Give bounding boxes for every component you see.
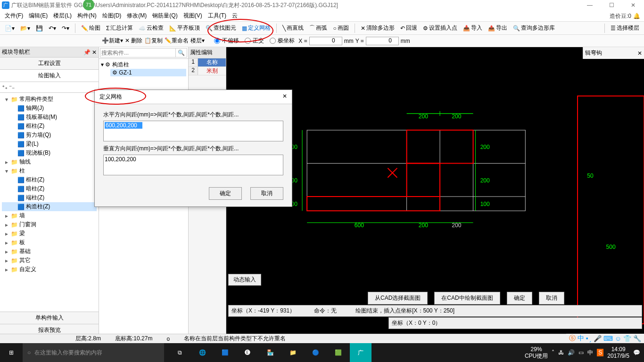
menu-edit[interactable]: 编辑(E): [26, 12, 50, 20]
tray-sogou-icon[interactable]: S: [597, 349, 603, 356]
menu-modify[interactable]: 修改(M): [124, 12, 149, 20]
canvas-cancel-button[interactable]: 取消: [539, 292, 564, 304]
taskbar-app-icon[interactable]: 🔵: [305, 343, 326, 362]
rename-button[interactable]: ✏️重命名: [165, 37, 189, 45]
tree-node[interactable]: ▾📁柱: [2, 166, 97, 175]
close-icon[interactable]: ✕: [637, 50, 642, 57]
close-button[interactable]: ✕: [622, 0, 644, 10]
menu-floor[interactable]: 楼层(L): [50, 12, 74, 20]
tray-ime-icon[interactable]: 中: [587, 349, 593, 357]
flat-button[interactable]: 📐平齐板顶: [167, 23, 202, 33]
taskbar-app-icon[interactable]: 广: [350, 343, 372, 362]
save-icon[interactable]: 💾: [34, 24, 45, 33]
tree-node[interactable]: 🟦构造柱(Z): [2, 202, 97, 211]
draw-line-button[interactable]: ╲ 画直线: [281, 23, 305, 33]
nav-view-icons[interactable]: ⁺₊ ⁻₋: [0, 82, 99, 93]
task-view-icon[interactable]: ⧉: [169, 343, 190, 362]
prop-name-cell[interactable]: 名称: [198, 58, 226, 66]
menu-view[interactable]: 视图(V): [181, 12, 205, 20]
dynamic-input-toggle[interactable]: 动态输入: [228, 274, 261, 286]
canvas-ok-button[interactable]: 确定: [507, 292, 532, 304]
taskbar-app-icon[interactable]: 🟦: [214, 343, 236, 362]
tray-up-icon[interactable]: ˄: [552, 349, 554, 356]
copy-button[interactable]: 📋复制: [144, 37, 163, 45]
start-button[interactable]: ⊞: [0, 343, 23, 362]
tree-node[interactable]: 🟦端柱(Z): [2, 193, 97, 202]
select-floor-button[interactable]: ☰ 选择楼层: [609, 23, 641, 33]
menu-cloud[interactable]: 云: [229, 12, 240, 20]
draw-in-cad-button[interactable]: 在CAD中绘制截面图: [434, 292, 500, 304]
menu-draw[interactable]: 绘图(D): [99, 12, 124, 20]
tray-notifications-icon[interactable]: 💬: [633, 349, 640, 356]
tree-node[interactable]: 🟦框柱(Z): [2, 175, 97, 184]
cpu-widget[interactable]: 29%CPU使用: [525, 346, 548, 360]
component-tree[interactable]: ▾📁常用构件类型🟦轴网(J)🟦筏板基础(M)🟦框柱(Z)🟦剪力墙(Q)🟦梁(L)…: [0, 93, 99, 312]
define-grid-button[interactable]: ▦ 定义网格: [240, 23, 272, 33]
query-poly-button[interactable]: 🔍查询多边形库: [511, 23, 557, 33]
search-input[interactable]: [100, 48, 176, 58]
no-offset-radio[interactable]: 不偏移: [214, 37, 239, 45]
clear-poly-button[interactable]: ✕ 清除多边形: [359, 23, 396, 33]
open-file-icon[interactable]: 📂▾: [18, 24, 32, 33]
undo-icon[interactable]: ↶▾: [47, 24, 58, 33]
tab-draw-input[interactable]: 绘图输入: [0, 70, 99, 82]
sum-button[interactable]: Σ 汇总计算: [104, 23, 135, 33]
taskbar-app-icon[interactable]: 🏪: [259, 343, 281, 362]
cloud-check-button[interactable]: ☁️云检查: [137, 23, 165, 33]
tray-network-icon[interactable]: 🖧: [558, 349, 564, 356]
tree-node[interactable]: 🟦梁(L): [2, 140, 97, 148]
draw-arc-button[interactable]: ⌒ 画弧: [307, 23, 329, 33]
tray-volume-icon[interactable]: 🔊: [568, 349, 575, 356]
tree-node[interactable]: ▸📁其它: [2, 256, 97, 265]
tray-battery-icon[interactable]: ▭: [578, 349, 584, 356]
taskbar-app-icon[interactable]: 🟩: [327, 343, 349, 362]
from-cad-button[interactable]: 从CAD选择截面图: [368, 292, 428, 304]
tree-node[interactable]: 🟦框柱(Z): [2, 122, 97, 131]
minimize-button[interactable]: —: [579, 0, 601, 10]
tree-node[interactable]: ▸📁基础: [2, 247, 97, 256]
insert-point-button[interactable]: ⚙ 设置插入点: [421, 23, 459, 33]
tree-node[interactable]: 🟦筏板基础(M): [2, 113, 97, 122]
tree-node[interactable]: ▸📁自定义: [2, 265, 97, 274]
tab-project-settings[interactable]: 工程设置: [0, 58, 99, 70]
polar-radio[interactable]: 极坐标: [270, 37, 295, 45]
right-panel-tab[interactable]: 辑弯钩✕: [583, 47, 644, 59]
x-input[interactable]: 0: [309, 37, 342, 45]
tree-node[interactable]: ▸📁板: [2, 238, 97, 247]
pin-icon[interactable]: 📌 ✕: [83, 49, 97, 56]
menu-file[interactable]: 文件(F): [2, 12, 26, 20]
import-button[interactable]: 📥导入: [461, 23, 484, 33]
taskbar-app-icon[interactable]: 🅔: [237, 343, 258, 362]
floor-dropdown[interactable]: 楼层▾: [190, 37, 205, 45]
tree-node[interactable]: ▸📁墙: [2, 211, 97, 220]
tray-clock[interactable]: 14:092017/9/5: [607, 346, 629, 360]
prop-type-cell[interactable]: 米别: [198, 67, 226, 75]
back-button[interactable]: ↶ 回退: [398, 23, 419, 33]
tree-node[interactable]: 🟦剪力墙(Q): [2, 131, 97, 140]
maximize-button[interactable]: ☐: [601, 0, 622, 10]
taskbar-app-icon[interactable]: 🌐: [191, 343, 213, 362]
menu-tools[interactable]: 工具(T): [205, 12, 229, 20]
export-button[interactable]: 📤导出: [486, 23, 509, 33]
tree-node[interactable]: ▾📁常用构件类型: [2, 95, 97, 104]
tab-single-input[interactable]: 单构件输入: [0, 312, 99, 324]
taskbar-search[interactable]: ○ 在这里输入你要搜索的内容: [23, 343, 164, 362]
y-input[interactable]: 0: [366, 37, 399, 45]
taskbar-app-icon[interactable]: 📁: [282, 343, 304, 362]
redo-icon[interactable]: ↷▾: [60, 24, 71, 33]
dialog-ok-button[interactable]: 确定: [209, 187, 242, 200]
tree-node[interactable]: ▸📁梁: [2, 229, 97, 238]
windows-taskbar[interactable]: ⊞ ○ 在这里输入你要搜索的内容 ⧉ 🌐 🟦 🅔 🏪 📁 🔵 🟩 广 29%CP…: [0, 343, 644, 362]
search-icon[interactable]: 🔍: [176, 48, 187, 58]
vertical-input[interactable]: 100,200,200: [103, 155, 283, 175]
draw-circle-button[interactable]: ○ 画圆: [331, 23, 350, 33]
tree-node[interactable]: 🟦轴网(J): [2, 104, 97, 113]
ime-tray[interactable]: ⓢ 中 •ˏ 🎤 ⌨ ☺ 👕 🔧: [566, 334, 644, 343]
tree-node[interactable]: ▸📁门窗洞: [2, 220, 97, 229]
dialog-cancel-button[interactable]: 取消: [250, 187, 283, 200]
menu-component[interactable]: 构件(N): [74, 12, 99, 20]
dialog-close-icon[interactable]: ✕: [282, 93, 287, 101]
tree-node[interactable]: 🟦暗柱(Z): [2, 184, 97, 193]
new-file-icon[interactable]: 📄▾: [3, 24, 17, 33]
mid-tree-root[interactable]: ▾ ⚙ 构造柱: [101, 61, 186, 69]
